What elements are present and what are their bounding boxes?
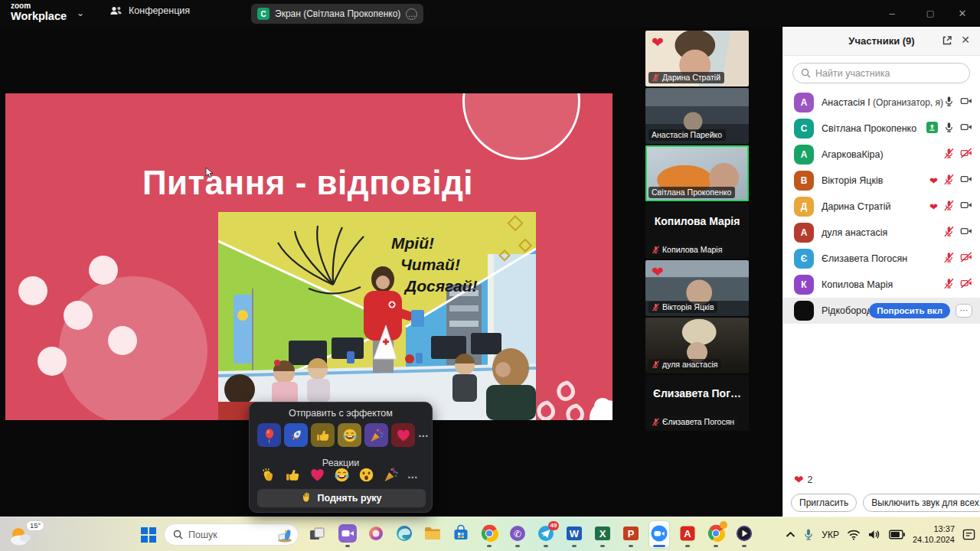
- taskbar-app-copilot[interactable]: [366, 521, 386, 548]
- close-panel-icon[interactable]: ✕: [961, 34, 970, 46]
- reaction-astonished[interactable]: [358, 467, 374, 486]
- task-view-button[interactable]: [309, 526, 325, 546]
- taskbar-app-file-explorer[interactable]: [423, 521, 443, 548]
- participant-row[interactable]: ААгарковаКіра): [783, 142, 980, 168]
- effect-rocket[interactable]: [284, 423, 308, 447]
- effect-party-popper[interactable]: [364, 423, 388, 447]
- taskbar-app-powerpoint[interactable]: P: [621, 521, 641, 548]
- taskbar-search-input[interactable]: Пошук: [164, 523, 299, 546]
- search-participant-input[interactable]: Найти участника: [792, 63, 970, 83]
- heart-reaction-icon: ❤: [652, 34, 664, 51]
- effect-heart[interactable]: [391, 423, 415, 447]
- taskbar-app-edge[interactable]: [394, 521, 414, 548]
- avatar: А: [794, 223, 814, 243]
- minimize-button[interactable]: –: [879, 0, 905, 27]
- svg-text:X: X: [599, 528, 606, 540]
- speaker-icon[interactable]: [868, 529, 881, 540]
- tab-meeting[interactable]: Конференция: [109, 5, 190, 16]
- reactions-more-button[interactable]: ⋯: [407, 471, 419, 483]
- video-thumbnail[interactable]: дуля анастасія: [645, 318, 749, 373]
- tab-shared-screen[interactable]: C Экран (Світлана Прокопенко) …: [251, 4, 423, 24]
- taskbar-app-word[interactable]: W: [564, 521, 584, 548]
- taskbar-app-camera-app[interactable]: [338, 521, 358, 548]
- taskbar-app-excel[interactable]: X: [593, 521, 612, 548]
- heart-reaction-icon: ❤: [929, 175, 938, 187]
- participant-row[interactable]: Рідкобородий …Попросить вкл⋯: [783, 298, 980, 324]
- effect-laughing[interactable]: [338, 423, 361, 447]
- start-button[interactable]: [138, 524, 158, 545]
- chevron-down-icon[interactable]: ⌄: [77, 8, 84, 18]
- reaction-thumbs-up[interactable]: [285, 467, 301, 486]
- reaction-party-popper[interactable]: [383, 467, 399, 486]
- clock[interactable]: 13:37 24.10.2024: [913, 524, 955, 546]
- taskbar-app-telegram[interactable]: 49: [536, 521, 556, 548]
- effects-more-button[interactable]: ⋯: [418, 429, 430, 442]
- taskbar-app-chrome-profile[interactable]: [706, 521, 726, 548]
- decor-dot: [89, 256, 118, 285]
- effect-thumbs-up[interactable]: [311, 423, 335, 447]
- thumbs-up-emoji: [285, 467, 301, 483]
- raise-hand-button[interactable]: Поднять руку: [257, 489, 426, 507]
- ask-to-start-video-button[interactable]: Попросить вкл: [869, 303, 950, 318]
- popout-icon[interactable]: [942, 35, 952, 49]
- running-indicator: [572, 545, 577, 547]
- video-thumbnail[interactable]: Анастасія Парейко: [645, 88, 749, 144]
- participant-row[interactable]: ДДарина Стратій❤: [783, 194, 980, 220]
- participant-row[interactable]: ЄЄлизавета Погосян: [783, 246, 980, 272]
- tray-expand-icon[interactable]: [786, 531, 795, 538]
- invite-button[interactable]: Пригласить: [791, 494, 857, 512]
- taskbar-app-microsoft-store[interactable]: [451, 521, 471, 548]
- maximize-button[interactable]: ▢: [917, 0, 943, 27]
- video-thumbnail[interactable]: Світлана Прокопенко: [645, 145, 749, 201]
- mute-all-button[interactable]: Выключить звук для всех: [863, 494, 980, 512]
- notification-icon[interactable]: [962, 528, 975, 541]
- effect-balloon[interactable]: [257, 423, 281, 447]
- decor-dot: [38, 347, 67, 376]
- battery-icon[interactable]: [889, 530, 905, 540]
- participant-row[interactable]: ККопилова Марія: [783, 272, 980, 298]
- mic-icon: [943, 96, 955, 107]
- taskbar-app-viber[interactable]: ✆: [508, 521, 528, 548]
- participant-name: дуля анастасія: [822, 227, 887, 238]
- running-indicator: [544, 545, 548, 547]
- heart-reaction-icon: ❤: [929, 201, 938, 213]
- video-thumbnail[interactable]: Єлизавета Пог… Єлизавета Погосян: [645, 375, 749, 431]
- tray-mic-icon[interactable]: [803, 528, 814, 541]
- camera-icon: [960, 121, 972, 133]
- mic-muted-icon: [943, 226, 955, 237]
- thumbnail-name-label: Дарина Стратій: [648, 72, 724, 83]
- participant-row[interactable]: ВВікторія Яцків❤: [783, 168, 980, 194]
- participant-row[interactable]: Адуля анастасія: [783, 220, 980, 246]
- reaction-laughing[interactable]: [334, 467, 350, 486]
- participant-status-icons: [943, 225, 972, 240]
- video-thumbnail[interactable]: ❤ Вікторія Яцків: [645, 260, 749, 316]
- video-thumbnail[interactable]: ❤ Дарина Стратій: [645, 31, 749, 86]
- taskbar-app-acrobat[interactable]: A: [678, 521, 697, 548]
- taskbar-app-media-player[interactable]: [734, 521, 754, 548]
- taskbar-app-zoom[interactable]: [649, 521, 669, 548]
- participant-status-icons: Попросить вкл⋯: [869, 303, 972, 318]
- reaction-heart[interactable]: [309, 467, 325, 486]
- participant-row[interactable]: ААнастасія Паре…(Организатор, я): [783, 90, 980, 116]
- mic-muted-icon: [652, 73, 660, 82]
- tab-more-icon[interactable]: …: [406, 8, 417, 20]
- video-thumbnail[interactable]: Копилова Марія Копилова Марія: [645, 203, 749, 259]
- camera-muted-icon: [960, 147, 972, 159]
- astonished-emoji: [358, 467, 374, 483]
- close-button[interactable]: ✕: [949, 0, 975, 27]
- participant-more-button[interactable]: ⋯: [956, 304, 972, 318]
- language-indicator[interactable]: УКР: [822, 530, 839, 540]
- search-highlight-icon: [276, 527, 293, 543]
- avatar: А: [794, 145, 814, 165]
- running-indicator: [629, 545, 633, 547]
- reaction-clap[interactable]: [260, 467, 276, 486]
- classroom-photo: Мрій! Читай! Досягай!: [218, 212, 536, 420]
- taskbar-app-chrome[interactable]: [479, 521, 499, 548]
- search-icon: [801, 68, 811, 78]
- weather-widget[interactable]: 15°: [8, 520, 51, 549]
- slide-title: Питання - відповіді: [128, 164, 488, 202]
- mic-muted-icon: [943, 200, 955, 211]
- avatar: В: [794, 171, 814, 191]
- participant-row[interactable]: ССвітлана Прокопенко: [783, 116, 980, 142]
- wifi-icon[interactable]: [847, 530, 861, 540]
